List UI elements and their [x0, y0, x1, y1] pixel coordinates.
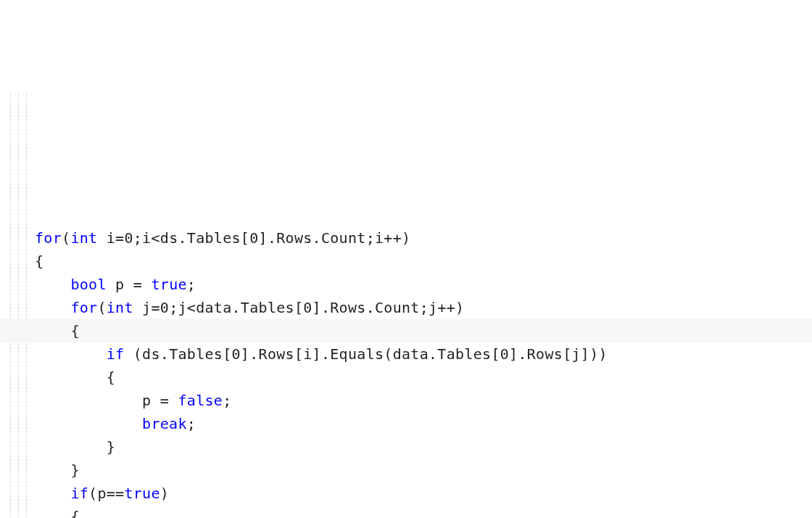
code-token: }: [70, 461, 79, 479]
code-line[interactable]: if(p==true): [0, 482, 812, 505]
code-token: for: [70, 299, 97, 316]
code-line[interactable]: {: [0, 319, 812, 342]
code-token: ): [160, 485, 169, 502]
code-line[interactable]: for(int j=0;j<data.Tables[0].Rows.Count;…: [0, 296, 812, 319]
code-line[interactable]: if (ds.Tables[0].Rows[i].Equals(data.Tab…: [0, 342, 812, 366]
code-line[interactable]: p = false;: [0, 389, 812, 412]
code-token: i=0;i<ds.Tables[0].Rows.Count;i++): [97, 229, 410, 247]
code-token: {: [70, 508, 79, 518]
code-token: {: [70, 322, 79, 340]
code-token: if: [70, 485, 88, 502]
code-token: {: [107, 369, 115, 386]
code-token: p =: [142, 392, 178, 409]
code-token: break: [142, 415, 187, 432]
code-token: for: [35, 229, 62, 247]
code-token: true: [151, 276, 186, 293]
code-token: ;: [223, 392, 231, 409]
code-token: int: [107, 299, 133, 316]
code-token: {: [35, 252, 44, 270]
code-token: ;: [187, 415, 196, 432]
code-line[interactable]: {: [0, 366, 812, 389]
code-line[interactable]: }: [0, 459, 812, 482]
code-token: p =: [107, 276, 152, 293]
code-token: (p==: [88, 485, 124, 502]
code-line[interactable]: bool p = true;: [0, 273, 812, 296]
code-token: ;: [187, 276, 196, 293]
code-editor-viewport[interactable]: for(int i=0;i<ds.Tables[0].Rows.Count;i+…: [0, 93, 812, 518]
code-token: int: [70, 229, 97, 247]
code-token: }: [107, 438, 115, 456]
code-line[interactable]: for(int i=0;i<ds.Tables[0].Rows.Count;i+…: [0, 226, 812, 250]
code-token: j=0;j<data.Tables[0].Rows.Count;j++): [133, 299, 465, 316]
code-line[interactable]: {: [0, 250, 812, 273]
code-line[interactable]: break;: [0, 412, 812, 435]
code-token: false: [178, 392, 223, 409]
code-line[interactable]: {: [0, 505, 812, 518]
code-token: if: [107, 345, 125, 363]
code-line[interactable]: }: [0, 435, 812, 459]
code-token: true: [124, 485, 160, 502]
code-token: (: [62, 229, 70, 247]
code-token: (ds.Tables[0].Rows[i].Equals(data.Tables…: [124, 345, 607, 363]
code-token: bool: [70, 276, 106, 293]
code-token: (: [97, 299, 106, 316]
